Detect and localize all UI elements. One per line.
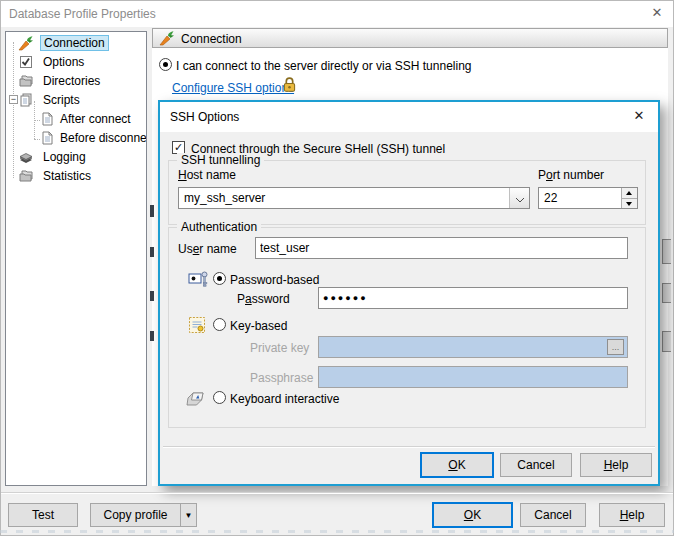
- passphrase-input: [318, 366, 628, 388]
- keyboard-interactive-radio[interactable]: [213, 391, 226, 404]
- authentication-group-title: Authentication: [177, 220, 261, 234]
- direct-connect-radio-label: I can connect to the server directly or …: [176, 59, 471, 73]
- background-window-edge: [0, 530, 674, 533]
- host-name-combobox[interactable]: my_ssh_server: [178, 187, 530, 209]
- host-name-label: Host name: [178, 168, 236, 182]
- clipped-background-text: [150, 331, 154, 341]
- copy-profile-dropdown-icon[interactable]: ▼: [180, 503, 197, 527]
- scripts-icon: [18, 92, 34, 108]
- spin-down-icon[interactable]: [622, 198, 637, 208]
- carrot-icon: [18, 35, 34, 51]
- clipped-background-field: [662, 283, 671, 303]
- sidebar-item-directories[interactable]: Directories: [6, 72, 146, 91]
- port-number-spinner[interactable]: 22: [538, 187, 638, 209]
- main-close-icon[interactable]: ✕: [642, 0, 672, 26]
- sidebar-item-before-disconnect[interactable]: Before disconnec: [6, 129, 146, 148]
- chevron-down-icon[interactable]: [509, 188, 529, 208]
- ssh-tunnelling-group-title: SSH tunnelling: [177, 153, 264, 167]
- main-titlebar: Database Profile Properties: [1, 1, 673, 27]
- user-name-label: User name: [178, 242, 237, 256]
- password-input[interactable]: [318, 287, 628, 309]
- sidebar-item-label: After connect: [60, 112, 131, 126]
- key-based-radio-label: Key-based: [230, 319, 287, 333]
- section-header: Connection: [152, 28, 668, 48]
- book-icon: [18, 149, 34, 165]
- sidebar-item-label: Statistics: [43, 169, 91, 183]
- key-based-radio[interactable]: [213, 318, 226, 331]
- sidebar-item-logging[interactable]: Logging: [6, 148, 146, 167]
- lock-icon: [281, 76, 298, 93]
- database-profile-properties-window: Database Profile Properties ✕ Connection…: [0, 0, 674, 536]
- main-help-button[interactable]: Help: [599, 503, 665, 527]
- main-ok-button[interactable]: OK: [432, 502, 513, 528]
- ssh-dialog-title: SSH Options: [170, 110, 239, 124]
- sidebar-item-label: Directories: [43, 74, 100, 88]
- password-based-radio-label: Password-based: [230, 273, 319, 287]
- ssh-cancel-button[interactable]: Cancel: [500, 453, 572, 477]
- sidebar-item-label: Before disconnec: [60, 131, 147, 145]
- private-key-input: ...: [318, 336, 628, 358]
- private-key-label: Private key: [250, 341, 309, 355]
- sidebar-item-label: Logging: [43, 150, 86, 164]
- keyboard-key-icon: [185, 388, 206, 409]
- footer-separator: [1, 492, 673, 494]
- profile-sections-tree: Connection Options Directories Scripts: [5, 31, 147, 486]
- password-field-icon: [188, 269, 209, 290]
- passphrase-label: Passphrase: [250, 371, 313, 385]
- ssh-options-dialog: SSH Options ✕ ✓ Connect through the Secu…: [158, 100, 660, 486]
- host-name-value: my_ssh_server: [184, 191, 265, 205]
- password-label: Password: [237, 292, 290, 306]
- page-icon: [39, 130, 55, 146]
- folders-icon: [18, 73, 34, 89]
- sidebar-item-connection[interactable]: Connection: [6, 34, 146, 53]
- sidebar-item-label: Options: [43, 55, 84, 69]
- spin-up-icon[interactable]: [622, 188, 637, 198]
- certificate-icon: [188, 316, 206, 334]
- clipped-background-text: [150, 247, 154, 257]
- direct-connect-radio[interactable]: [159, 58, 172, 71]
- keyboard-interactive-radio-label: Keyboard interactive: [230, 392, 339, 406]
- browse-button[interactable]: ...: [607, 339, 624, 355]
- dialog-separator: [163, 446, 655, 448]
- ssh-close-icon[interactable]: ✕: [624, 102, 654, 130]
- clipped-background-field: [662, 331, 671, 352]
- sidebar-item-options[interactable]: Options: [6, 53, 146, 72]
- port-number-label: Port number: [538, 168, 604, 182]
- test-button[interactable]: Test: [8, 503, 78, 527]
- port-number-value: 22: [544, 191, 557, 205]
- section-header-title: Connection: [181, 32, 242, 46]
- clipped-background-text: [150, 291, 154, 301]
- window-title: Database Profile Properties: [9, 7, 156, 21]
- checkbox-icon: [18, 54, 34, 70]
- sidebar-item-after-connect[interactable]: After connect: [6, 110, 146, 129]
- carrot-icon: [159, 30, 175, 46]
- password-based-radio[interactable]: [213, 272, 226, 285]
- copy-profile-button[interactable]: Copy profile: [90, 503, 181, 527]
- ssh-ok-button[interactable]: OK: [420, 452, 494, 478]
- folders-icon: [18, 168, 34, 184]
- sidebar-item-label: Connection: [40, 35, 109, 51]
- sidebar-item-statistics[interactable]: Statistics: [6, 167, 146, 186]
- configure-ssh-options-link[interactable]: Configure SSH options: [172, 81, 294, 95]
- clipped-background-field: [662, 239, 671, 264]
- main-cancel-button[interactable]: Cancel: [520, 503, 586, 527]
- tree-collapse-icon[interactable]: −: [9, 95, 18, 104]
- ssh-dialog-titlebar: SSH Options: [160, 102, 658, 132]
- sidebar-item-scripts[interactable]: Scripts: [6, 91, 146, 110]
- page-icon: [39, 111, 55, 127]
- sidebar-item-label: Scripts: [43, 93, 80, 107]
- ssh-help-button[interactable]: Help: [580, 453, 652, 477]
- clipped-background-text: [150, 205, 154, 217]
- user-name-input[interactable]: [255, 237, 628, 259]
